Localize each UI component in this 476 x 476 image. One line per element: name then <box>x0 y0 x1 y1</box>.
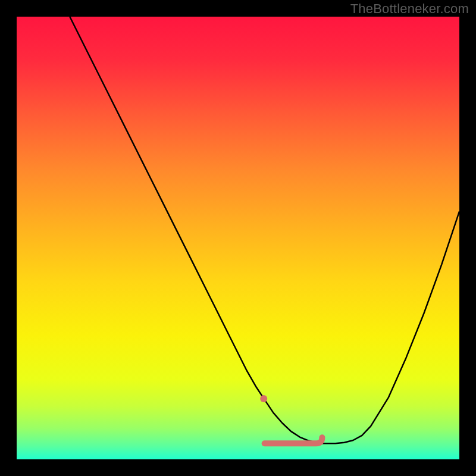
chart-container: TheBottleneker.com <box>0 0 476 476</box>
watermark-text: TheBottleneker.com <box>350 1 469 17</box>
chart-svg <box>17 17 459 459</box>
plot-area <box>17 17 459 459</box>
gradient-background <box>17 17 459 459</box>
valley-dot-marker <box>260 395 267 402</box>
